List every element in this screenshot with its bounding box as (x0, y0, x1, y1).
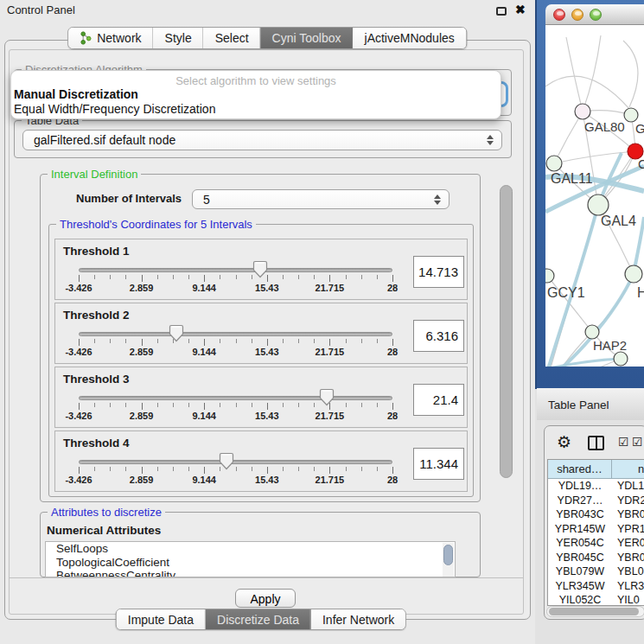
tab-infer-network-label: Infer Network (322, 613, 394, 627)
apply-button[interactable]: Apply (235, 589, 296, 608)
tab-jactivemnodules[interactable]: jActiveMNodules (354, 28, 466, 48)
node-top-right[interactable] (624, 108, 638, 122)
threshold-4-slider-thumb[interactable] (219, 452, 234, 470)
node-h-label: H (637, 285, 644, 300)
number-of-intervals-combobox[interactable]: 5 (192, 189, 450, 209)
checkbox-icon[interactable]: ☑ (618, 435, 629, 449)
attribute-item-betweennesscentrality[interactable]: BetweennessCentrality (46, 569, 455, 577)
tick-mark (392, 467, 393, 474)
threshold-3-slider-thumb[interactable] (319, 388, 335, 406)
network-window-titlebar[interactable] (545, 4, 644, 25)
tick-mark (79, 275, 80, 282)
tab-cyni-toolbox[interactable]: Cyni Toolbox (261, 28, 354, 48)
table-data-combobox[interactable]: galFiltered.sif default node (22, 130, 502, 150)
stepper-arrows-icon (487, 135, 494, 145)
tick-mark (94, 275, 95, 279)
node-gal80[interactable] (575, 104, 590, 119)
cell-name: YBL0 (612, 564, 644, 579)
zoom-traffic-light-icon[interactable] (590, 9, 602, 21)
tick-mark (188, 339, 189, 343)
network-view-canvas[interactable]: GAL80GACGAL11GAL4GCY1HHAP2 (545, 25, 644, 367)
node-gal11[interactable] (546, 156, 562, 171)
node-table[interactable]: shared… na YDL19…YDL1YDR27…YDR2YBR043CYB… (547, 459, 644, 606)
tick-mark (125, 403, 126, 407)
node-gal4[interactable] (588, 194, 609, 215)
thresholds-container: Threshold 1-3.4262.8599.14415.4321.71528… (54, 239, 468, 492)
tick-mark (157, 275, 158, 279)
column-header-shared-name[interactable]: shared… (548, 460, 612, 478)
tick-mark (236, 403, 237, 407)
algorithm-option-equal-width-frequency-discretization[interactable]: Equal Width/Frequency Discretization (11, 102, 501, 117)
tick-mark (142, 275, 143, 282)
tick-mark (392, 403, 393, 410)
column-header-name[interactable]: na (612, 460, 644, 478)
minimize-traffic-light-icon[interactable] (571, 9, 583, 21)
attribute-item-topologicalcoefficient[interactable]: TopologicalCoefficient (46, 556, 455, 570)
table-row[interactable]: YBR043CYBR0 (548, 507, 644, 522)
tick-mark (252, 467, 252, 471)
tab-discretize-data[interactable]: Discretize Data (206, 609, 311, 629)
tab-impute-data-label: Impute Data (128, 613, 194, 627)
threshold-4-value-field[interactable]: 11.344 (413, 448, 464, 480)
attribute-item-selfloops[interactable]: SelfLoops (46, 542, 455, 556)
threshold-1-value-field[interactable]: 14.713 (413, 256, 464, 288)
table-row[interactable]: YPR145WYPR1 (548, 522, 644, 537)
threshold-4-slider-track[interactable] (79, 460, 392, 464)
numerical-attributes-list[interactable]: SelfLoopsTopologicalCoefficientBetweenne… (45, 541, 456, 577)
tab-style[interactable]: Style (154, 28, 204, 48)
node-hap2[interactable] (585, 325, 599, 339)
tab-network[interactable]: Network (68, 28, 153, 48)
threshold-2-slider-thumb[interactable] (169, 324, 184, 342)
table-row[interactable]: YLR345WYLR3 (548, 579, 644, 594)
table-row[interactable]: YDR27…YDR2 (548, 494, 644, 508)
tick-label: 21.715 (307, 283, 352, 293)
tab-infer-network[interactable]: Infer Network (311, 609, 405, 629)
attributes-group-title: Attributes to discretize (48, 506, 165, 519)
tab-impute-data[interactable]: Impute Data (117, 609, 206, 629)
node-partial[interactable] (614, 352, 628, 366)
cell-name: YBR0 (612, 507, 644, 522)
tick-label: 9.144 (182, 347, 226, 357)
close-icon[interactable]: ✖ (515, 3, 526, 16)
gear-icon[interactable]: ⚙ (557, 434, 571, 450)
table-row[interactable]: YBR045CYBR0 (548, 551, 644, 565)
threshold-1-slider-track[interactable] (79, 268, 392, 272)
node-h[interactable] (625, 265, 642, 283)
tick-label: 2.859 (119, 347, 164, 357)
checkbox-icon[interactable]: ☑ (632, 435, 643, 449)
tick-mark (204, 339, 205, 346)
tick-label: -3.426 (56, 347, 101, 357)
tick-mark (361, 467, 362, 471)
tick-mark (236, 275, 237, 279)
tick-mark (283, 403, 284, 407)
tick-mark (377, 339, 378, 343)
tab-select[interactable]: Select (204, 28, 261, 48)
threshold-2-slider-track[interactable] (79, 332, 392, 336)
content-separator (10, 577, 523, 578)
table-row[interactable]: YDL19…YDL1 (548, 479, 644, 494)
algorithm-option-manual-discretization[interactable]: Manual Discretization (11, 87, 501, 102)
threshold-2-value-field[interactable]: 6.316 (413, 320, 464, 352)
tick-mark (314, 467, 315, 471)
threshold-1-slider-thumb[interactable] (252, 260, 268, 278)
tick-mark (94, 403, 95, 407)
tick-mark (361, 275, 362, 279)
close-traffic-light-icon[interactable] (553, 9, 565, 21)
table-row[interactable]: YBL079WYBL0 (548, 564, 644, 579)
table-row[interactable]: YER054CYER0 (548, 536, 644, 551)
table-horizontal-scrollbar[interactable] (546, 606, 644, 617)
threshold-3-slider-track[interactable] (79, 396, 392, 400)
tick-label: 21.715 (307, 411, 352, 421)
float-window-icon[interactable] (496, 7, 507, 16)
tab-cyni-toolbox-label: Cyni Toolbox (272, 31, 341, 45)
split-view-icon[interactable] (588, 436, 604, 450)
threshold-3-value-field[interactable]: 21.4 (413, 384, 464, 416)
attributes-list-scrollbar[interactable] (443, 543, 454, 577)
node-gcy1[interactable] (545, 269, 554, 283)
table-header-row[interactable]: shared… na (548, 460, 644, 479)
content-vertical-scrollbar[interactable] (497, 164, 516, 577)
number-of-intervals-label: Number of Intervals (76, 192, 182, 205)
table-row[interactable]: YIL052CYIL0 (548, 593, 644, 606)
tick-mark (157, 339, 158, 343)
cell-shared-name: YBR043C (548, 507, 612, 522)
